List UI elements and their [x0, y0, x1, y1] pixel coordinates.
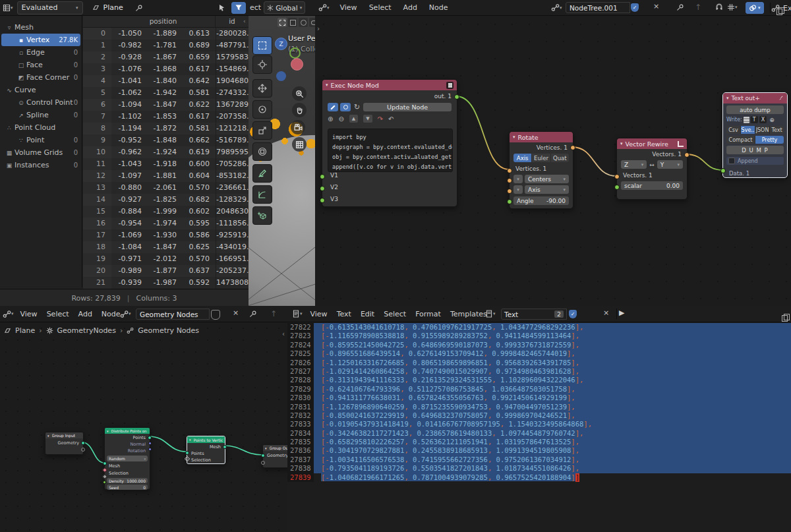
menu-select[interactable]: Select — [368, 3, 393, 12]
socket-v2[interactable] — [320, 186, 325, 191]
layout-tabs[interactable]: Compact Pretty — [726, 136, 784, 144]
orientation-dropdown[interactable]: Global▾ — [264, 1, 305, 14]
code-line[interactable]: 27835[-0.6582958102226257, 0.52636212110… — [287, 438, 791, 446]
code-line[interactable]: 27824[-0.8595521450042725, 0.64869695901… — [287, 341, 791, 349]
viewport-menu-partial[interactable]: ect — [250, 3, 261, 12]
code-line[interactable]: 27825[-0.896551686439514, 0.627614915370… — [287, 349, 791, 358]
code-line[interactable]: 27833[-0.01905437931418419, 0.0141667677… — [287, 420, 791, 429]
socket-points-out[interactable] — [148, 436, 152, 440]
from-axis-dropdown[interactable]: Z▾ — [621, 160, 647, 169]
fake-user-shield-icon[interactable] — [211, 310, 220, 320]
socket-axis[interactable] — [507, 189, 512, 194]
socket-extend[interactable] — [81, 448, 85, 452]
domain-item-face[interactable]: □Face0 — [1, 59, 80, 71]
socket-vertices-out[interactable] — [570, 145, 575, 150]
domain-item-edge[interactable]: ▫Edge0 — [1, 46, 80, 59]
pin-icon[interactable] — [135, 4, 143, 12]
swap-icon[interactable]: ↔ — [649, 162, 655, 168]
code-line[interactable]: 27832[-0.8500241637229919, 0.64968323707… — [287, 411, 791, 420]
node-header[interactable]: ▾ Exec Node Mod — [322, 80, 457, 90]
tool-add-primitive[interactable] — [252, 206, 272, 225]
redo-icon[interactable]: ↷ — [378, 115, 383, 123]
gizmo-x-axis[interactable] — [291, 58, 303, 71]
write-x-button[interactable]: X — [759, 116, 767, 123]
node-group-output[interactable]: ▾Group Output Geometry — [262, 444, 287, 468]
duplicate-datablock-icon[interactable] — [782, 314, 790, 322]
editor-type-node-icon[interactable]: ▾ — [3, 310, 14, 318]
seed-field[interactable]: Seed0 — [107, 485, 148, 490]
column-header-position[interactable]: position — [111, 16, 216, 27]
unlink-datablock-icon[interactable]: × — [603, 309, 609, 317]
code-line[interactable]: 27829[-0.624106764793396, 0.511275708675… — [287, 385, 791, 394]
tool-scale[interactable] — [252, 121, 272, 140]
fake-user-shield-icon[interactable]: ✓ — [569, 310, 577, 318]
fake-user-shield-icon[interactable]: ✓ — [631, 3, 639, 12]
socket-points-in[interactable] — [185, 451, 189, 455]
socket-rotation-out[interactable] — [148, 448, 152, 451]
nodetree-name-field[interactable]: NodeTree.001 — [566, 2, 630, 13]
menu-view[interactable]: View — [309, 310, 329, 318]
add-icon[interactable]: ⊕ — [769, 117, 775, 123]
node-rotate[interactable]: ▾Rotate Vertices. 1 Axis Euler Quat Vert… — [509, 131, 573, 209]
tab-pretty[interactable]: Pretty — [755, 136, 784, 144]
cursor-filter-icon[interactable] — [218, 4, 226, 12]
toggle-grid-button[interactable] — [292, 137, 307, 152]
code-line[interactable]: 27839[-1.0406821966171265, 0.78710049390… — [287, 473, 791, 482]
menu-edit[interactable]: Edit — [359, 310, 376, 318]
scalar-field[interactable]: scalar0.00 — [621, 181, 683, 190]
tab-axis[interactable]: Axis — [513, 154, 532, 162]
menu-add[interactable]: Add — [77, 310, 94, 318]
editor-type-node-icon[interactable]: ▾ — [318, 3, 330, 12]
domain-item-control_point[interactable]: ⊙Control Point0 — [1, 96, 80, 109]
go-to-parent-icon[interactable]: ↑ — [695, 3, 701, 12]
menu-text[interactable]: Text — [336, 310, 353, 318]
socket-out[interactable] — [454, 94, 459, 100]
editor-type-text-icon[interactable]: ▾ — [292, 310, 303, 318]
auto-dump-button[interactable]: auto dump — [726, 105, 784, 114]
mode-box-icon[interactable] — [288, 18, 297, 27]
move-up-icon[interactable]: ▲ — [349, 115, 358, 123]
append-checkbox[interactable] — [728, 158, 735, 164]
code-line[interactable]: 27834[-0.34246382117271423, 0.2386578619… — [287, 429, 791, 438]
unlink-datablock-icon[interactable]: × — [653, 2, 659, 11]
code-line[interactable]: 27828[-0.3131943941116333, 0.21613529324… — [287, 376, 791, 384]
collapse-icon[interactable]: ▾ — [326, 82, 328, 88]
socket-data-in[interactable] — [720, 168, 726, 173]
socket-scalar[interactable] — [614, 185, 620, 190]
item-menu-button[interactable]: ▾ — [513, 185, 523, 194]
menu-format[interactable]: Format — [414, 310, 442, 318]
code-line[interactable]: 27837[-1.0034116506576538, 0.74159556627… — [287, 456, 791, 464]
tab-compact[interactable]: Compact — [726, 136, 755, 144]
code-line[interactable]: 27822[-0.6135143041610718, 0.47061097621… — [287, 323, 791, 332]
menu-select[interactable]: Select — [382, 310, 407, 318]
snap-target-icon[interactable]: ▾ — [727, 3, 738, 11]
code-line[interactable]: 27831[-1.1267896890640259, 0.87152355909… — [287, 403, 791, 411]
live-toggle-button[interactable] — [340, 103, 351, 111]
nodetree-type-icon[interactable]: ▾ — [551, 3, 562, 12]
zoom-out-icon[interactable]: ⊖ — [338, 115, 343, 123]
tab-csv[interactable]: Csv — [726, 126, 741, 134]
rotate-mode-tabs[interactable]: Axis Euler Quat — [513, 154, 569, 162]
mode-tweak-icon[interactable] — [278, 18, 287, 27]
nodetree-name-field[interactable]: Geometry Nodes — [136, 309, 210, 320]
code-preview[interactable]: import bpy depsgraph = bpy.context.evalu… — [328, 129, 453, 172]
mode-circle-icon[interactable] — [299, 18, 308, 27]
domain-item-instances[interactable]: ▣Instances0 — [1, 159, 80, 171]
unlink-datablock-icon[interactable]: × — [233, 309, 239, 317]
tool-transform[interactable] — [252, 142, 272, 161]
domain-item-curve[interactable]: ∿Curve — [1, 84, 80, 96]
code-line[interactable]: 27836[-0.3041970729827881, 0.24558389186… — [287, 446, 791, 455]
go-to-parent-icon[interactable]: ↑ — [270, 309, 277, 318]
run-script-icon[interactable]: ▶ — [619, 309, 624, 317]
angle-field[interactable]: Angle-90.00 — [513, 196, 569, 205]
collapse-icon[interactable]: ▾ — [513, 134, 515, 140]
menu-view[interactable]: View — [339, 3, 359, 12]
menu-node[interactable]: Node — [428, 3, 450, 12]
format-tabs[interactable]: Csv Sve.. JSON Text — [726, 126, 784, 134]
gizmo-z-axis[interactable]: Z — [275, 38, 287, 50]
editor-type-spreadsheet-icon[interactable]: ▾ — [3, 4, 13, 12]
filter-toggle[interactable] — [231, 2, 246, 14]
tab-save[interactable]: Sve.. — [741, 126, 755, 134]
dataset-dropdown[interactable]: Evaluated▾ — [17, 1, 83, 15]
tab-quat[interactable]: Quat — [551, 154, 569, 162]
